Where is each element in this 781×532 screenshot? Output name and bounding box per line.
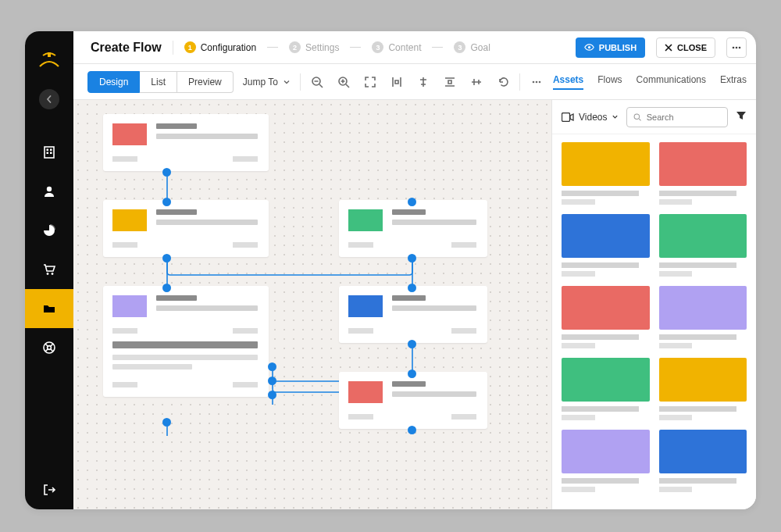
node-port[interactable]	[408, 198, 416, 206]
cart-icon	[42, 262, 56, 277]
asset-card[interactable]	[659, 214, 747, 277]
node-port[interactable]	[162, 418, 171, 427]
svg-rect-20	[562, 112, 570, 121]
canvas[interactable]	[73, 100, 551, 509]
zoom-out-button[interactable]	[310, 75, 324, 89]
align-center-button[interactable]	[416, 75, 430, 89]
asset-card[interactable]	[562, 214, 650, 277]
node-port[interactable]	[268, 391, 276, 399]
svg-point-12	[733, 46, 735, 48]
node-thumb	[348, 209, 383, 231]
svg-point-7	[47, 273, 49, 275]
assets-panel: Videos	[551, 100, 756, 509]
svg-point-11	[588, 46, 590, 48]
svg-point-13	[736, 46, 738, 48]
asset-thumb	[659, 358, 747, 402]
svg-rect-1	[45, 147, 54, 158]
tab-flows[interactable]: Flows	[597, 74, 622, 90]
asset-card[interactable]	[562, 286, 650, 348]
view-list[interactable]: List	[140, 71, 177, 93]
sidebar	[25, 31, 73, 509]
asset-thumb	[659, 430, 747, 473]
filter-button[interactable]	[736, 110, 747, 124]
flow-node[interactable]	[103, 114, 269, 171]
flow-node[interactable]	[103, 200, 269, 257]
sidebar-item-user[interactable]	[25, 172, 73, 211]
flow-node[interactable]	[339, 200, 487, 257]
asset-thumb	[562, 142, 650, 186]
node-port[interactable]	[408, 426, 416, 434]
publish-button[interactable]: PUBLISH	[576, 37, 645, 58]
sidebar-item-cart[interactable]	[25, 250, 73, 289]
node-port[interactable]	[162, 284, 171, 292]
node-port[interactable]	[408, 340, 416, 348]
jump-to-dropdown[interactable]: Jump To	[243, 77, 291, 87]
view-preview[interactable]: Preview	[177, 71, 234, 93]
asset-card[interactable]	[659, 142, 747, 205]
node-port[interactable]	[162, 168, 171, 177]
sidebar-item-folder[interactable]	[25, 289, 73, 328]
asset-thumb	[659, 214, 747, 258]
flow-node[interactable]	[339, 372, 487, 429]
node-port[interactable]	[162, 198, 171, 206]
close-button[interactable]: CLOSE	[656, 37, 715, 58]
distribute-h-button[interactable]	[390, 75, 404, 89]
more-button[interactable]	[726, 37, 747, 58]
close-icon	[665, 44, 672, 52]
zoom-in-button[interactable]	[337, 75, 351, 89]
node-thumb	[112, 209, 147, 231]
sidebar-item-building[interactable]	[25, 133, 73, 172]
node-thumb	[112, 123, 147, 145]
svg-point-14	[739, 46, 741, 48]
tab-communications[interactable]: Communications	[637, 74, 706, 90]
step-goal[interactable]: 3 Goal	[454, 41, 490, 53]
asset-thumb	[562, 358, 650, 402]
asset-card[interactable]	[562, 430, 650, 492]
pie-chart-icon	[42, 223, 56, 237]
step-content[interactable]: 3 Content	[372, 41, 421, 53]
asset-card[interactable]	[659, 286, 747, 348]
node-port[interactable]	[268, 362, 276, 371]
view-design[interactable]: Design	[87, 71, 140, 93]
asset-type-dropdown[interactable]: Videos	[562, 112, 619, 123]
step-settings[interactable]: 2 Settings	[289, 41, 339, 53]
node-port[interactable]	[162, 254, 171, 262]
undo-button[interactable]	[496, 75, 510, 89]
distribute-v-button[interactable]	[443, 75, 457, 89]
align-middle-button[interactable]	[469, 75, 483, 89]
view-toggle: Design List Preview	[87, 71, 234, 93]
asset-thumb	[659, 286, 747, 330]
panel-tabs: Assets Flows Communications Extras	[553, 74, 747, 90]
eye-icon	[584, 42, 594, 52]
tab-assets[interactable]: Assets	[553, 74, 583, 90]
logout-icon	[42, 483, 56, 497]
header: Create Flow 1 Configuration 2 Settings 3…	[73, 31, 756, 64]
node-port[interactable]	[408, 254, 416, 262]
tab-extras[interactable]: Extras	[720, 74, 747, 90]
chevron-down-icon	[283, 78, 291, 86]
node-port[interactable]	[408, 370, 416, 378]
sidebar-item-help[interactable]	[25, 328, 73, 367]
sidebar-item-logout[interactable]	[25, 470, 73, 509]
node-port[interactable]	[408, 284, 416, 292]
step-configuration[interactable]: 1 Configuration	[184, 41, 256, 53]
flow-node[interactable]	[339, 286, 487, 343]
asset-search[interactable]	[626, 107, 728, 127]
flow-node[interactable]	[103, 286, 269, 397]
building-icon	[42, 145, 56, 159]
search-input[interactable]	[647, 112, 721, 122]
svg-rect-2	[47, 149, 49, 152]
svg-point-19	[539, 80, 541, 83]
asset-card[interactable]	[562, 358, 650, 420]
asset-card[interactable]	[659, 358, 747, 420]
asset-card[interactable]	[562, 142, 650, 205]
node-port[interactable]	[268, 377, 276, 385]
sidebar-item-analytics[interactable]	[25, 211, 73, 250]
svg-point-21	[635, 113, 640, 119]
asset-card[interactable]	[659, 430, 747, 492]
back-button[interactable]	[39, 89, 59, 109]
workspace: Videos	[73, 100, 756, 509]
toolbar-more-button[interactable]	[530, 75, 544, 89]
svg-point-6	[47, 187, 52, 191]
fullscreen-button[interactable]	[363, 75, 377, 89]
